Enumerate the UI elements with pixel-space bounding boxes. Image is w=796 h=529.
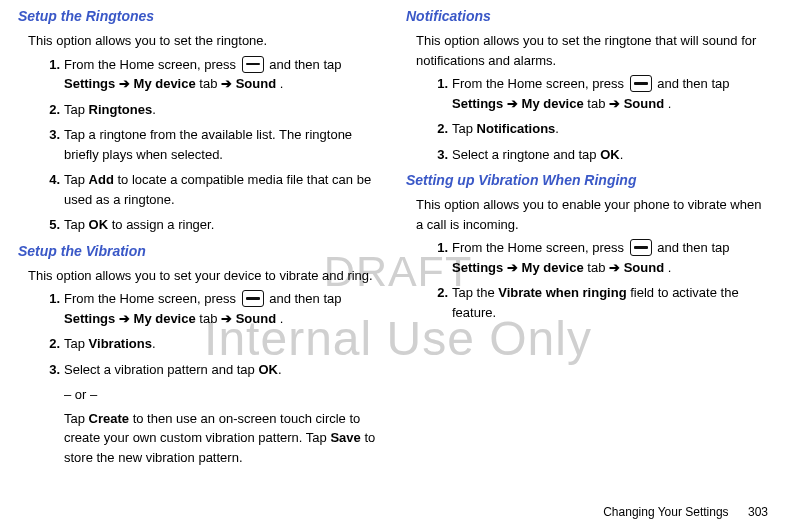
bold: Vibrations (89, 336, 152, 351)
text: Tap (64, 217, 89, 232)
text: . (280, 311, 284, 326)
home-button-icon (242, 56, 264, 73)
bold: My device (134, 76, 196, 91)
list-item: 2. Tap Vibrations. (46, 334, 380, 354)
text: Tap (64, 102, 89, 117)
text: From the Home screen, press (452, 240, 628, 255)
item-number: 1. (428, 238, 448, 258)
text: Tap (452, 121, 477, 136)
list-notifications: 1. From the Home screen, press and then … (434, 74, 768, 164)
bold: OK (600, 147, 620, 162)
text: tab (199, 76, 221, 91)
list-item: 5. Tap OK to assign a ringer. (46, 215, 380, 235)
bold: My device (134, 311, 196, 326)
bold: My device (522, 96, 584, 111)
heading-setup-ringtones: Setup the Ringtones (18, 6, 380, 27)
list-setup-vibration: 1. From the Home screen, press and then … (46, 289, 380, 379)
right-column: Notifications This option allows you to … (406, 4, 768, 473)
bold: Vibrate when ringing (498, 285, 626, 300)
heading-vibration-when-ringing: Setting up Vibration When Ringing (406, 170, 768, 191)
text: . (280, 76, 284, 91)
home-button-icon (630, 239, 652, 256)
bold: Settings (452, 260, 503, 275)
text: From the Home screen, press (64, 291, 240, 306)
text: From the Home screen, press (452, 76, 628, 91)
list-item: 3. Tap a ringtone from the available lis… (46, 125, 380, 164)
list-item: 3. Select a ringtone and tap OK. (434, 145, 768, 165)
bold: Settings (64, 76, 115, 91)
item-number: 3. (40, 360, 60, 380)
text: From the Home screen, press (64, 57, 240, 72)
text: Select a vibration pattern and tap (64, 362, 258, 377)
list-item: 2. Tap the Vibrate when ringing field to… (434, 283, 768, 322)
list-vibration-when-ringing: 1. From the Home screen, press and then … (434, 238, 768, 322)
list-setup-ringtones: 1. From the Home screen, press and then … (46, 55, 380, 235)
text: . (555, 121, 559, 136)
footer-section: Changing Your Settings (603, 505, 728, 519)
text: tab (587, 96, 609, 111)
bold: Add (89, 172, 114, 187)
text: and then tap (657, 240, 729, 255)
list-item: 1. From the Home screen, press and then … (434, 74, 768, 113)
bold: Sound (624, 96, 664, 111)
page-footer: Changing Your Settings 303 (603, 503, 768, 521)
bold: Ringtones (89, 102, 153, 117)
list-item: 2. Tap Notifications. (434, 119, 768, 139)
heading-notifications: Notifications (406, 6, 768, 27)
text: to assign a ringer. (108, 217, 214, 232)
text: and then tap (657, 76, 729, 91)
home-button-icon (242, 290, 264, 307)
left-column: Setup the Ringtones This option allows y… (18, 4, 380, 473)
intro-setup-vibration: This option allows you to set your devic… (28, 266, 380, 286)
item-number: 2. (428, 119, 448, 139)
bold: Notifications (477, 121, 556, 136)
text: tab (587, 260, 609, 275)
list-item: 2. Tap Ringtones. (46, 100, 380, 120)
list-item: 3. Select a vibration pattern and tap OK… (46, 360, 380, 380)
text: Select a ringtone and tap (452, 147, 600, 162)
bold: Sound (236, 311, 276, 326)
arrow-icon: ➔ (609, 260, 624, 275)
item-number: 5. (40, 215, 60, 235)
bold: Save (330, 430, 360, 445)
item-number: 2. (40, 100, 60, 120)
bold: OK (258, 362, 278, 377)
text: tab (199, 311, 221, 326)
home-button-icon (630, 75, 652, 92)
item-number: 4. (40, 170, 60, 190)
bold: Create (89, 411, 129, 426)
list-item: 1. From the Home screen, press and then … (434, 238, 768, 277)
bold: Sound (624, 260, 664, 275)
list-item: 4. Tap Add to locate a compatible media … (46, 170, 380, 209)
text: . (152, 336, 156, 351)
item-number: 2. (428, 283, 448, 303)
intro-vibration-when-ringing: This option allows you to enable your ph… (416, 195, 768, 234)
text: . (620, 147, 624, 162)
list-item: 1. From the Home screen, press and then … (46, 55, 380, 94)
arrow-icon: ➔ (507, 260, 522, 275)
list-item: 1. From the Home screen, press and then … (46, 289, 380, 328)
or-divider: – or – (64, 385, 380, 405)
arrow-icon: ➔ (119, 76, 134, 91)
heading-setup-vibration: Setup the Vibration (18, 241, 380, 262)
bold: Settings (64, 311, 115, 326)
bold: Sound (236, 76, 276, 91)
text: Tap (64, 336, 89, 351)
sub-paragraph: Tap Create to then use an on-screen touc… (64, 409, 380, 468)
bold: Settings (452, 96, 503, 111)
item-number: 2. (40, 334, 60, 354)
intro-setup-ringtones: This option allows you to set the ringto… (28, 31, 380, 51)
bold: OK (89, 217, 109, 232)
item-number: 3. (428, 145, 448, 165)
arrow-icon: ➔ (507, 96, 522, 111)
item-number: 1. (40, 289, 60, 309)
text: . (668, 96, 672, 111)
arrow-icon: ➔ (119, 311, 134, 326)
arrow-icon: ➔ (221, 311, 236, 326)
text: and then tap (269, 57, 341, 72)
item-number: 3. (40, 125, 60, 145)
item-number: 1. (428, 74, 448, 94)
footer-page-number: 303 (748, 505, 768, 519)
intro-notifications: This option allows you to set the ringto… (416, 31, 768, 70)
text: . (278, 362, 282, 377)
